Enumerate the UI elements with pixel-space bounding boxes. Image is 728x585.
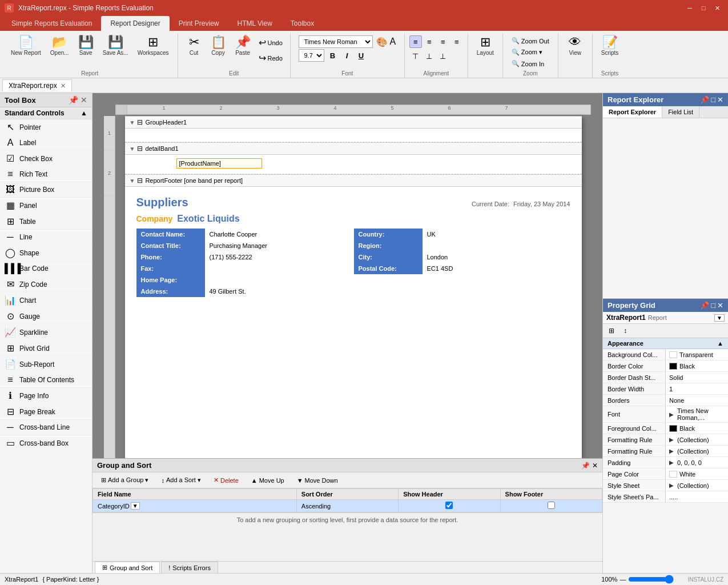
explorer-tab-field-list[interactable]: Field List: [662, 106, 699, 118]
align-middle-button[interactable]: ⊥: [423, 50, 436, 62]
align-center-button[interactable]: ≡: [423, 35, 436, 48]
align-justify-button[interactable]: ≡: [451, 35, 463, 48]
toolbox-pin-button[interactable]: 📌: [69, 95, 78, 105]
align-left-button[interactable]: ≡: [409, 35, 422, 48]
gs-field-dropdown[interactable]: ▼: [131, 502, 140, 510]
prop-categorized-btn[interactable]: ⊞: [605, 325, 618, 336]
toolbox-item-pivot-grid[interactable]: ⊞ Pivot Grid: [0, 340, 92, 356]
toolbox-item-chart[interactable]: 📊 Chart: [0, 292, 92, 308]
bottom-tab-scripts-errors[interactable]: ! Scripts Errors: [161, 562, 218, 573]
toolbox-item-pointer[interactable]: ↖ Pointer: [0, 119, 92, 135]
prop-value-8[interactable]: ▶(Collection): [666, 446, 728, 456]
redo-button[interactable]: ↪ Redo: [256, 51, 285, 65]
layout-button[interactable]: ⊞ Layout: [473, 33, 498, 59]
prop-alphabetical-btn[interactable]: ↕: [619, 325, 632, 336]
toolbox-close-button[interactable]: ✕: [81, 95, 87, 105]
view-button[interactable]: 👁 View: [564, 33, 586, 59]
toolbox-item-bar-code[interactable]: ▌▌▌ Bar Code: [0, 261, 92, 277]
paste-button[interactable]: 📌 Paste: [231, 33, 255, 59]
workspaces-button[interactable]: ⊞ Workspaces: [134, 33, 173, 59]
prop-value-4[interactable]: None: [666, 395, 728, 406]
toolbox-item-page-break[interactable]: ⊟ Page Break: [0, 404, 92, 420]
minimize-button[interactable]: ─: [683, 3, 696, 13]
zoom-slider[interactable]: [628, 575, 674, 584]
open-button[interactable]: 📂 Open...: [46, 33, 73, 59]
toolbox-item-line[interactable]: ─ Line: [0, 230, 92, 245]
move-down-button[interactable]: ▼ Move Down: [293, 475, 342, 486]
prop-value-3[interactable]: 1: [666, 383, 728, 394]
toolbox-item-table[interactable]: ⊞ Table: [0, 214, 92, 230]
add-group-button[interactable]: ⊞ Add a Group ▾: [97, 475, 152, 486]
tab-report-designer[interactable]: Report Designer: [101, 16, 169, 31]
group-sort-pin[interactable]: 📌: [581, 462, 590, 470]
underline-button[interactable]: U: [355, 49, 367, 62]
designer-canvas[interactable]: 1 2 3 4 5 6 7 1: [92, 93, 602, 458]
prop-value-1[interactable]: Black: [666, 360, 728, 371]
bold-button[interactable]: B: [326, 49, 339, 62]
add-sort-button[interactable]: ↕ Add a Sort ▾: [157, 475, 205, 486]
move-up-button[interactable]: ▲ Move Up: [247, 475, 288, 486]
product-name-field[interactable]: [ProductName]: [176, 158, 262, 169]
copy-button[interactable]: 📋 Copy: [207, 33, 230, 59]
scripts-button[interactable]: 📝 Scripts: [597, 33, 623, 59]
toolbox-item-zip-code[interactable]: ✉ Zip Code: [0, 277, 92, 292]
zoom-out-button[interactable]: 🔍 Zoom Out: [508, 35, 553, 46]
align-right-button[interactable]: ≡: [437, 35, 449, 48]
prop-value-7[interactable]: ▶(Collection): [666, 434, 728, 445]
property-grid-maximize[interactable]: □: [711, 301, 715, 310]
report-explorer-maximize[interactable]: □: [711, 95, 715, 104]
prop-value-10[interactable]: White: [666, 468, 728, 479]
italic-button[interactable]: I: [340, 49, 353, 62]
save-button[interactable]: 💾 Save: [74, 33, 98, 59]
delete-button[interactable]: ✕ Delete: [210, 475, 243, 486]
document-tab-close[interactable]: ✕: [61, 82, 66, 90]
prop-section-appearance[interactable]: Appearance ▲: [603, 338, 728, 349]
toolbox-item-sub-report[interactable]: 📄 Sub-Report: [0, 356, 92, 372]
prop-value-5[interactable]: ▶Times New Roman,...: [666, 406, 728, 422]
tab-html-view[interactable]: HTML View: [228, 16, 281, 31]
undo-button[interactable]: ↩ Undo: [256, 35, 285, 50]
zoom-in-button[interactable]: 🔍 Zoom In: [508, 58, 553, 69]
gs-show-footer-checkbox[interactable]: [548, 502, 555, 509]
close-button[interactable]: ✕: [711, 3, 723, 13]
align-top-button[interactable]: ⊤: [409, 50, 422, 62]
property-grid-pin[interactable]: 📌: [700, 301, 709, 310]
report-explorer-pin[interactable]: 📌: [700, 95, 709, 104]
toolbox-item-panel[interactable]: ▦ Panel: [0, 198, 92, 214]
toolbox-item-shape[interactable]: ◯ Shape: [0, 245, 92, 261]
prop-value-11[interactable]: ▶(Collection): [666, 480, 728, 491]
tab-toolbox[interactable]: Toolbox: [281, 16, 323, 31]
toolbox-item-rich-text[interactable]: ≡ Rich Text: [0, 167, 92, 182]
toolbox-item-sparkline[interactable]: 📈 Sparkline: [0, 324, 92, 340]
gs-show-header-checkbox[interactable]: [445, 502, 453, 509]
prop-value-0[interactable]: Transparent: [666, 349, 728, 360]
property-grid-close[interactable]: ✕: [717, 301, 723, 310]
zoom-dropdown-button[interactable]: 🔍 Zoom ▾: [508, 47, 553, 58]
toolbox-item-cross-band-box[interactable]: ▭ Cross-band Box: [0, 435, 92, 451]
toolbox-item-cross-band-line[interactable]: ─ Cross-band Line: [0, 420, 92, 435]
toolbox-item-table-of-contents[interactable]: ≡ Table Of Contents: [0, 372, 92, 388]
toolbox-item-label[interactable]: A Label: [0, 135, 92, 151]
font-name-select[interactable]: Times New Roman: [299, 35, 373, 48]
group-sort-close[interactable]: ✕: [592, 462, 598, 470]
standard-controls-header[interactable]: Standard Controls ▲: [0, 107, 92, 119]
align-bottom-button[interactable]: ⊥: [437, 50, 449, 62]
toolbox-item-picture-box[interactable]: 🖼 Picture Box: [0, 182, 92, 198]
save-as-button[interactable]: 💾 Save As...: [99, 33, 132, 59]
report-explorer-close[interactable]: ✕: [717, 95, 723, 104]
prop-value-9[interactable]: ▶0, 0, 0, 0: [666, 457, 728, 468]
cut-button[interactable]: ✂ Cut: [183, 33, 206, 59]
explorer-tab-report[interactable]: Report Explorer: [603, 106, 662, 118]
restore-button[interactable]: □: [697, 3, 710, 13]
prop-value-6[interactable]: Black: [666, 423, 728, 434]
bottom-tab-group-sort[interactable]: ⊞ Group and Sort: [95, 562, 160, 573]
document-tab[interactable]: XtraReport.repx ✕: [2, 79, 72, 91]
tab-print-preview[interactable]: Print Preview: [170, 16, 228, 31]
prop-value-2[interactable]: Solid: [666, 372, 728, 383]
prop-object-dropdown[interactable]: ▼: [714, 314, 725, 322]
toolbox-item-checkbox[interactable]: ☑ Check Box: [0, 151, 92, 167]
prop-value-12[interactable]: .....: [666, 491, 728, 502]
toolbox-item-gauge[interactable]: ⊙ Gauge: [0, 308, 92, 324]
tab-simple-reports[interactable]: Simple Reports Evaluation: [2, 16, 101, 31]
font-size-select[interactable]: 9.75: [299, 49, 324, 62]
